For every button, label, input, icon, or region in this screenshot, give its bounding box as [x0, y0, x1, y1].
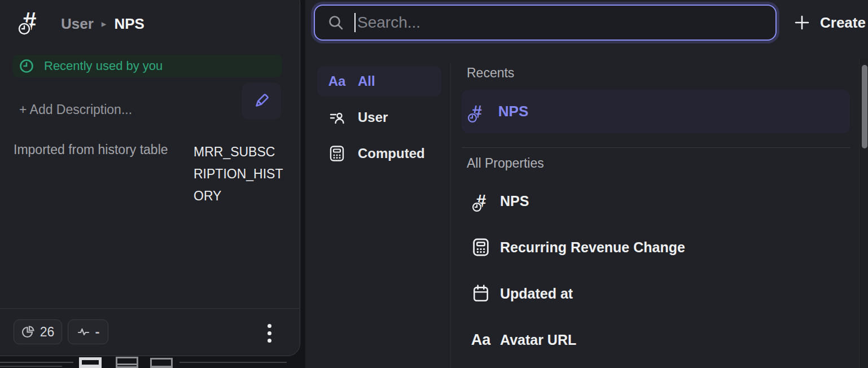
property-picker-panel [305, 0, 868, 368]
property-label: Recurring Revenue Change [500, 239, 685, 256]
clock-icon [19, 59, 34, 73]
recents-header: Recents [467, 65, 514, 81]
property-row-updated-at[interactable]: Updated at [462, 279, 850, 308]
footer-divider [0, 308, 300, 309]
pie-chart-icon [21, 325, 35, 339]
property-row-nps[interactable]: # NPS [462, 186, 850, 216]
search-icon [327, 14, 344, 31]
calculator-icon [471, 237, 491, 257]
search-input[interactable]: Search... [314, 5, 777, 41]
recent-item-label: NPS [498, 103, 528, 120]
filter-label: All [358, 73, 375, 89]
plus-icon [794, 14, 810, 31]
edit-description-button[interactable] [242, 82, 281, 120]
filter-tab-user[interactable]: User [317, 104, 441, 131]
diagram-edge-line [179, 362, 287, 363]
breadcrumb-parent[interactable]: User [61, 15, 94, 33]
pencil-icon [252, 91, 271, 111]
usage-count-chip[interactable]: 26 [14, 319, 62, 344]
diagram-table-node [79, 357, 102, 368]
number-clock-icon: # [23, 9, 36, 34]
number-clock-icon: # [476, 192, 486, 210]
recent-item-nps[interactable]: # NPS [462, 90, 850, 133]
column-divider [450, 63, 451, 368]
screen: # User ▸ NPS Recently used by you + Add … [0, 0, 868, 368]
breadcrumb: User ▸ NPS [61, 15, 144, 33]
diagram-table-node [116, 357, 138, 368]
section-divider [462, 147, 850, 148]
search-placeholder: Search... [357, 14, 420, 32]
recently-used-badge: Recently used by you [12, 55, 282, 77]
filter-label: Computed [358, 146, 425, 161]
number-clock-icon: # [472, 103, 481, 121]
usage-count: 26 [40, 325, 55, 340]
kebab-icon [268, 324, 271, 328]
calculator-icon [328, 144, 346, 163]
filter-label: User [358, 109, 388, 125]
create-label: Create [820, 14, 866, 32]
trend-chip[interactable]: - [68, 319, 108, 344]
property-row-avatar-url[interactable]: Aa Avatar URL [462, 325, 850, 354]
recently-used-label: Recently used by you [44, 59, 163, 73]
property-label: NPS [500, 193, 529, 209]
activity-icon [77, 325, 90, 339]
scrollbar-thumb[interactable] [862, 65, 867, 148]
meta-value: MRR_SUBSCRIPTION_HISTORY [194, 141, 284, 207]
text-icon: Aa [328, 73, 346, 89]
diagram-edge-line [0, 362, 73, 363]
user-list-icon [328, 109, 345, 126]
breadcrumb-separator-icon: ▸ [102, 18, 107, 30]
property-label: Updated at [500, 286, 573, 302]
text-cursor [354, 13, 356, 32]
add-description-field[interactable]: + Add Description... [19, 102, 132, 117]
text-icon: Aa [471, 331, 491, 349]
scrollbar-track[interactable] [859, 59, 868, 368]
filter-tab-computed[interactable]: Computed [317, 140, 441, 167]
meta-label: Imported from history table [14, 142, 168, 157]
create-button[interactable]: Create [794, 10, 866, 35]
property-row-recurring-revenue-change[interactable]: Recurring Revenue Change [462, 233, 850, 262]
all-properties-header: All Properties [467, 156, 544, 171]
calendar-icon [471, 284, 490, 303]
trend-value: - [95, 324, 100, 340]
filter-tab-all[interactable]: Aa All [317, 66, 441, 97]
diagram-table-node [150, 358, 173, 368]
diagram-edge-line [0, 366, 62, 367]
breadcrumb-current: NPS [114, 15, 144, 33]
more-options-button[interactable] [264, 321, 274, 345]
property-label: Avatar URL [500, 332, 576, 348]
